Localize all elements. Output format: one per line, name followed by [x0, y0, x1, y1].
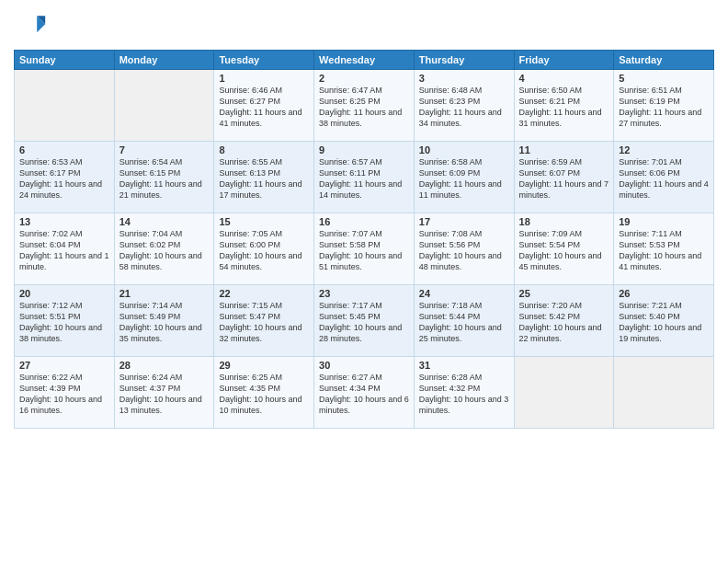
- calendar-cell: 22Sunrise: 7:15 AM Sunset: 5:47 PM Dayli…: [214, 285, 314, 357]
- day-content: Sunrise: 6:46 AM Sunset: 6:27 PM Dayligh…: [219, 85, 309, 130]
- day-number: 11: [519, 144, 609, 155]
- calendar-cell: 7Sunrise: 6:54 AM Sunset: 6:15 PM Daylig…: [114, 142, 214, 213]
- day-number: 21: [119, 288, 210, 299]
- day-number: 9: [319, 144, 409, 155]
- calendar-cell: 24Sunrise: 7:18 AM Sunset: 5:44 PM Dayli…: [414, 285, 514, 357]
- calendar-cell: 20Sunrise: 7:12 AM Sunset: 5:51 PM Dayli…: [15, 285, 115, 357]
- day-content: Sunrise: 6:27 AM Sunset: 4:34 PM Dayligh…: [319, 372, 409, 417]
- calendar-week-2: 6Sunrise: 6:53 AM Sunset: 6:17 PM Daylig…: [15, 142, 714, 213]
- calendar-cell: 15Sunrise: 7:05 AM Sunset: 6:00 PM Dayli…: [214, 213, 314, 285]
- day-number: 16: [319, 216, 409, 227]
- calendar-cell: 4Sunrise: 6:50 AM Sunset: 6:21 PM Daylig…: [514, 70, 614, 142]
- calendar-cell: 21Sunrise: 7:14 AM Sunset: 5:49 PM Dayli…: [114, 285, 214, 357]
- calendar-week-3: 13Sunrise: 7:02 AM Sunset: 6:04 PM Dayli…: [15, 213, 714, 285]
- calendar-cell: 26Sunrise: 7:21 AM Sunset: 5:40 PM Dayli…: [614, 285, 714, 357]
- day-content: Sunrise: 7:05 AM Sunset: 6:00 PM Dayligh…: [219, 228, 309, 273]
- day-content: Sunrise: 7:18 AM Sunset: 5:44 PM Dayligh…: [419, 300, 509, 345]
- page: SundayMondayTuesdayWednesdayThursdayFrid…: [0, 0, 728, 563]
- weekday-header-monday: Monday: [114, 51, 214, 70]
- day-content: Sunrise: 7:12 AM Sunset: 5:51 PM Dayligh…: [19, 300, 109, 345]
- day-number: 29: [219, 360, 309, 371]
- day-number: 23: [319, 288, 409, 299]
- logo-icon: [14, 9, 47, 42]
- day-number: 4: [519, 73, 609, 84]
- calendar-week-4: 20Sunrise: 7:12 AM Sunset: 5:51 PM Dayli…: [15, 285, 714, 357]
- day-number: 10: [419, 144, 509, 155]
- calendar-cell: [114, 70, 214, 142]
- day-number: 6: [19, 144, 109, 155]
- calendar-week-1: 1Sunrise: 6:46 AM Sunset: 6:27 PM Daylig…: [15, 70, 714, 142]
- calendar-cell: 19Sunrise: 7:11 AM Sunset: 5:53 PM Dayli…: [614, 213, 714, 285]
- day-number: 1: [219, 73, 309, 84]
- day-number: 8: [219, 144, 309, 155]
- calendar-cell: 1Sunrise: 6:46 AM Sunset: 6:27 PM Daylig…: [214, 70, 314, 142]
- calendar-cell: 25Sunrise: 7:20 AM Sunset: 5:42 PM Dayli…: [514, 285, 614, 357]
- weekday-header-thursday: Thursday: [414, 51, 514, 70]
- weekday-header-saturday: Saturday: [614, 51, 714, 70]
- day-number: 26: [619, 288, 709, 299]
- day-number: 12: [619, 144, 709, 155]
- day-content: Sunrise: 6:24 AM Sunset: 4:37 PM Dayligh…: [119, 372, 210, 417]
- day-number: 18: [519, 216, 609, 227]
- day-content: Sunrise: 6:28 AM Sunset: 4:32 PM Dayligh…: [419, 372, 509, 417]
- day-content: Sunrise: 6:55 AM Sunset: 6:13 PM Dayligh…: [219, 156, 309, 201]
- day-number: 24: [419, 288, 509, 299]
- day-content: Sunrise: 6:57 AM Sunset: 6:11 PM Dayligh…: [319, 156, 409, 201]
- calendar-cell: 28Sunrise: 6:24 AM Sunset: 4:37 PM Dayli…: [114, 357, 214, 429]
- day-content: Sunrise: 7:08 AM Sunset: 5:56 PM Dayligh…: [419, 228, 509, 273]
- day-content: Sunrise: 7:14 AM Sunset: 5:49 PM Dayligh…: [119, 300, 210, 345]
- calendar-cell: [514, 357, 614, 429]
- weekday-header-friday: Friday: [514, 51, 614, 70]
- day-content: Sunrise: 6:22 AM Sunset: 4:39 PM Dayligh…: [19, 372, 109, 417]
- calendar-cell: 16Sunrise: 7:07 AM Sunset: 5:58 PM Dayli…: [314, 213, 415, 285]
- calendar-cell: 5Sunrise: 6:51 AM Sunset: 6:19 PM Daylig…: [614, 70, 714, 142]
- day-number: 30: [319, 360, 409, 371]
- calendar-cell: 30Sunrise: 6:27 AM Sunset: 4:34 PM Dayli…: [314, 357, 415, 429]
- day-number: 31: [419, 360, 509, 371]
- day-content: Sunrise: 6:53 AM Sunset: 6:17 PM Dayligh…: [19, 156, 109, 201]
- day-number: 3: [419, 73, 509, 84]
- calendar-cell: 10Sunrise: 6:58 AM Sunset: 6:09 PM Dayli…: [414, 142, 514, 213]
- calendar-cell: 29Sunrise: 6:25 AM Sunset: 4:35 PM Dayli…: [214, 357, 314, 429]
- calendar-cell: 9Sunrise: 6:57 AM Sunset: 6:11 PM Daylig…: [314, 142, 415, 213]
- calendar-cell: 14Sunrise: 7:04 AM Sunset: 6:02 PM Dayli…: [114, 213, 214, 285]
- calendar-cell: 3Sunrise: 6:48 AM Sunset: 6:23 PM Daylig…: [414, 70, 514, 142]
- calendar-cell: 12Sunrise: 7:01 AM Sunset: 6:06 PM Dayli…: [614, 142, 714, 213]
- day-number: 7: [119, 144, 210, 155]
- calendar-cell: 23Sunrise: 7:17 AM Sunset: 5:45 PM Dayli…: [314, 285, 415, 357]
- calendar-cell: 27Sunrise: 6:22 AM Sunset: 4:39 PM Dayli…: [15, 357, 115, 429]
- day-content: Sunrise: 7:15 AM Sunset: 5:47 PM Dayligh…: [219, 300, 309, 345]
- day-content: Sunrise: 7:01 AM Sunset: 6:06 PM Dayligh…: [619, 156, 709, 201]
- day-content: Sunrise: 6:25 AM Sunset: 4:35 PM Dayligh…: [219, 372, 309, 417]
- day-number: 2: [319, 73, 409, 84]
- calendar-cell: 31Sunrise: 6:28 AM Sunset: 4:32 PM Dayli…: [414, 357, 514, 429]
- day-content: Sunrise: 7:17 AM Sunset: 5:45 PM Dayligh…: [319, 300, 409, 345]
- calendar-cell: [15, 70, 115, 142]
- calendar-week-5: 27Sunrise: 6:22 AM Sunset: 4:39 PM Dayli…: [15, 357, 714, 429]
- day-content: Sunrise: 6:47 AM Sunset: 6:25 PM Dayligh…: [319, 85, 409, 130]
- day-number: 27: [19, 360, 109, 371]
- day-content: Sunrise: 7:20 AM Sunset: 5:42 PM Dayligh…: [519, 300, 609, 345]
- weekday-header-wednesday: Wednesday: [314, 51, 415, 70]
- day-number: 5: [619, 73, 709, 84]
- calendar-cell: 11Sunrise: 6:59 AM Sunset: 6:07 PM Dayli…: [514, 142, 614, 213]
- day-number: 14: [119, 216, 210, 227]
- day-number: 28: [119, 360, 210, 371]
- logo: [14, 9, 51, 42]
- day-number: 19: [619, 216, 709, 227]
- weekday-header-sunday: Sunday: [15, 51, 115, 70]
- day-content: Sunrise: 7:07 AM Sunset: 5:58 PM Dayligh…: [319, 228, 409, 273]
- day-content: Sunrise: 6:51 AM Sunset: 6:19 PM Dayligh…: [619, 85, 709, 130]
- header: [14, 9, 714, 42]
- day-content: Sunrise: 6:48 AM Sunset: 6:23 PM Dayligh…: [419, 85, 509, 130]
- day-content: Sunrise: 7:09 AM Sunset: 5:54 PM Dayligh…: [519, 228, 609, 273]
- day-number: 17: [419, 216, 509, 227]
- day-content: Sunrise: 7:04 AM Sunset: 6:02 PM Dayligh…: [119, 228, 210, 273]
- day-content: Sunrise: 7:11 AM Sunset: 5:53 PM Dayligh…: [619, 228, 709, 273]
- weekday-header-row: SundayMondayTuesdayWednesdayThursdayFrid…: [15, 51, 714, 70]
- calendar-table: SundayMondayTuesdayWednesdayThursdayFrid…: [14, 50, 714, 429]
- day-number: 13: [19, 216, 109, 227]
- day-number: 22: [219, 288, 309, 299]
- day-content: Sunrise: 6:54 AM Sunset: 6:15 PM Dayligh…: [119, 156, 210, 201]
- day-number: 25: [519, 288, 609, 299]
